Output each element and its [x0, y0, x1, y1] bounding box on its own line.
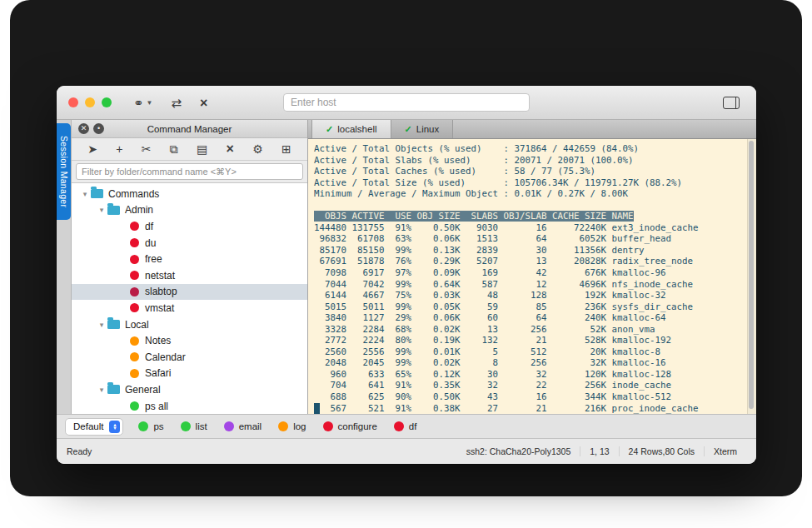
- command-dot: [130, 238, 139, 247]
- command-dot: [130, 369, 139, 378]
- disclosure-triangle[interactable]: ▾: [80, 190, 90, 198]
- command-button-label: ps: [153, 421, 163, 431]
- button-bar-profile-dropdown[interactable]: Default ▲▼: [65, 418, 123, 436]
- paste-icon[interactable]: ▤: [197, 143, 207, 155]
- command-button-ps[interactable]: ps: [138, 421, 163, 431]
- command-button-log[interactable]: log: [278, 421, 306, 431]
- tree-item-df[interactable]: df: [72, 218, 307, 235]
- profile-dropdown-value: Default: [73, 421, 103, 431]
- disclosure-triangle[interactable]: ▾: [97, 386, 107, 394]
- scrollbar-thumb[interactable]: [749, 141, 754, 409]
- command-button-df[interactable]: df: [394, 421, 417, 431]
- command-button-email[interactable]: email: [224, 421, 262, 431]
- add-icon[interactable]: +: [116, 143, 122, 155]
- session-tab-localshell[interactable]: ✓localshell: [311, 120, 391, 138]
- command-button-label: log: [293, 421, 306, 431]
- tree-item-label: vmstat: [145, 302, 174, 314]
- session-tab-bar: ✓localshell✓Linux: [308, 120, 756, 139]
- command-dot: [130, 222, 139, 231]
- terminal-pane: ✓localshell✓Linux Active / Total Objects…: [308, 120, 756, 414]
- tree-item-label: Commands: [108, 188, 159, 200]
- tree-item-du[interactable]: du: [72, 235, 307, 252]
- tree-item-notes[interactable]: Notes: [72, 332, 307, 349]
- folder-icon: [107, 320, 120, 329]
- status-emulation: Xterm: [704, 446, 746, 456]
- dropdown-stepper-icon: ▲▼: [109, 421, 120, 433]
- new-folder-icon[interactable]: ⊞: [281, 143, 291, 155]
- command-button-dot: [181, 421, 191, 431]
- command-button-label: list: [196, 421, 207, 431]
- button-bar: Default ▲▼ pslistemaillogconfiguredf: [57, 414, 756, 438]
- left-rail: Session Manager: [57, 120, 72, 414]
- panel-toggle-icon[interactable]: [723, 97, 740, 109]
- folder-icon: [107, 206, 120, 215]
- titlebar-toolbar: ⚭ ▼ ⇄ ×: [133, 97, 207, 109]
- tree-item-safari[interactable]: Safari: [72, 366, 307, 382]
- filter-input[interactable]: [76, 163, 303, 180]
- cut-icon[interactable]: ✂: [142, 143, 152, 155]
- terminal-output[interactable]: Active / Total Objects (% used) : 371864…: [308, 139, 756, 414]
- status-grid-size: 24 Rows,80 Cols: [619, 446, 704, 456]
- tree-item-slabtop[interactable]: slabtop: [72, 284, 307, 301]
- tree-item-admin[interactable]: ▾Admin: [72, 202, 307, 219]
- zoom-window-button[interactable]: [102, 97, 112, 107]
- tree-item-ps-all[interactable]: ps all: [72, 398, 307, 414]
- command-button-dot: [224, 421, 234, 431]
- tree-item-label: netstat: [145, 270, 175, 281]
- tree-item-local[interactable]: ▾Local: [72, 316, 307, 333]
- tree-item-calendar[interactable]: Calendar: [72, 349, 307, 366]
- chevron-down-icon: ▼: [147, 99, 153, 107]
- disclosure-triangle[interactable]: ▾: [97, 321, 107, 329]
- disconnect-icon[interactable]: ×: [200, 97, 207, 109]
- session-tab-Linux[interactable]: ✓Linux: [391, 120, 454, 138]
- close-window-button[interactable]: [68, 97, 78, 107]
- tree-item-netstat[interactable]: netstat: [72, 267, 307, 284]
- tree-item-commands[interactable]: ▾Commands: [72, 186, 307, 202]
- send-icon[interactable]: ➤: [87, 143, 97, 155]
- settings-icon[interactable]: ⚙: [252, 143, 263, 155]
- session-manager-tab[interactable]: Session Manager: [57, 123, 71, 220]
- delete-icon[interactable]: ×: [227, 143, 234, 155]
- command-button-dot: [278, 421, 288, 431]
- command-button-dot: [323, 421, 333, 431]
- monitor-bezel: ⚭ ▼ ⇄ × Session Manager ✕ • Command Mana…: [10, 0, 802, 496]
- quick-connect-button[interactable]: ⚭ ▼: [133, 97, 153, 109]
- command-dot: [130, 303, 139, 312]
- command-button-label: email: [239, 421, 262, 431]
- command-manager-title: Command Manager: [72, 124, 307, 134]
- reconnect-icon[interactable]: ⇄: [172, 97, 182, 109]
- pin-panel-icon[interactable]: •: [93, 123, 104, 134]
- copy-icon[interactable]: ⧉: [170, 143, 178, 155]
- tree-item-label: Admin: [125, 204, 153, 216]
- tree-item-general[interactable]: ▾General: [72, 381, 307, 398]
- command-button-list[interactable]: list: [181, 421, 207, 431]
- terminal-scrollbar[interactable]: [747, 139, 756, 414]
- tree-item-vmstat[interactable]: vmstat: [72, 300, 307, 316]
- tree-item-label: Safari: [145, 367, 171, 379]
- button-bar-buttons: pslistemaillogconfiguredf: [138, 421, 416, 431]
- tree-item-label: df: [145, 221, 153, 232]
- disclosure-triangle[interactable]: ▾: [97, 206, 107, 214]
- filter-row: [72, 161, 307, 183]
- status-cursor-position: 1, 13: [580, 446, 618, 456]
- command-dot: [130, 255, 139, 264]
- app-window: ⚭ ▼ ⇄ × Session Manager ✕ • Command Mana…: [57, 86, 756, 464]
- enter-host-input[interactable]: [283, 93, 530, 112]
- command-button-dot: [138, 421, 148, 431]
- command-button-label: configure: [338, 421, 377, 431]
- tree-item-label: du: [145, 237, 156, 249]
- connected-check-icon: ✓: [405, 124, 412, 135]
- chain-link-icon: ⚭: [133, 97, 144, 109]
- terminal[interactable]: Active / Total Objects (% used) : 371864…: [308, 139, 756, 414]
- session-tab-label: Linux: [416, 124, 440, 134]
- command-manager-panel: ✕ • Command Manager ➤+✂⧉▤×⚙⊞ ▾Commands▾A…: [72, 120, 308, 414]
- status-right-fields: ssh2: ChaCha20-Poly1305 1, 13 24 Rows,80…: [457, 446, 746, 456]
- minimize-window-button[interactable]: [85, 97, 95, 107]
- command-button-configure[interactable]: configure: [323, 421, 377, 431]
- status-bar: Ready ssh2: ChaCha20-Poly1305 1, 13 24 R…: [57, 438, 756, 464]
- command-button-label: df: [409, 421, 417, 431]
- close-panel-icon[interactable]: ✕: [78, 123, 89, 134]
- tree-item-free[interactable]: free: [72, 251, 307, 267]
- command-dot: [130, 336, 139, 346]
- command-button-dot: [394, 421, 404, 431]
